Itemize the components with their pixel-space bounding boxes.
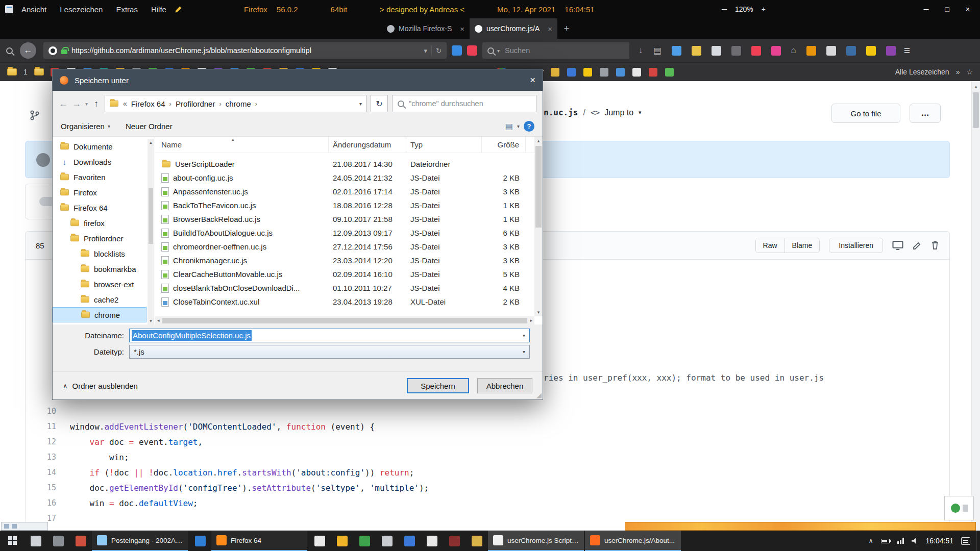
extension-icon-2[interactable] [712,46,721,56]
column-header-nderungsdatum[interactable]: Änderungsdatum [329,137,406,153]
start-button[interactable] [0,531,24,551]
bookmark-folder-icon[interactable] [7,68,17,76]
scrollbar-thumb[interactable] [535,146,542,228]
filetype-select[interactable]: *.js ▾ [129,345,530,359]
downloads-icon[interactable]: ↓ [639,45,643,56]
file-row[interactable]: BackToTheFavicon.uc.js18.08.2016 12:28JS… [155,198,543,212]
bookmark-folder-icon[interactable] [672,46,681,56]
tab-close-icon[interactable]: × [460,24,464,33]
all-bookmarks-button[interactable]: Alle Lesezeichen [895,68,949,76]
hide-folders-button[interactable]: ∧ Ordner ausblenden [63,382,138,390]
maximize-button[interactable]: □ [945,5,949,13]
tree-item-firefox[interactable]: Firefox [53,185,146,200]
breadcrumb-dropdown-icon[interactable]: ▾ [359,101,362,107]
file-row[interactable]: BrowserBackReload.uc.js09.10.2017 21:58J… [155,212,543,226]
tree-item-bookmarkba[interactable]: bookmarkba [53,261,146,277]
column-header-gr-e[interactable]: Größe [482,137,526,153]
up-button[interactable]: ↑ [94,98,99,109]
task-firefox-64[interactable]: Firefox 64 [211,531,307,551]
dialog-search-box[interactable]: "chrome" durchsuchen [392,95,536,112]
taskbar-icon-4[interactable] [189,531,211,551]
more-options-button[interactable]: … [910,104,941,123]
file-row[interactable]: chromeordner-oeffnen.uc.js27.12.2014 17:… [155,240,543,254]
bookmark-icon[interactable] [567,68,576,77]
task-userchrome-scripts[interactable]: userChrome.js Scripte ... [488,531,584,551]
bookmark-icon[interactable] [600,68,608,77]
forward-button[interactable]: → [72,98,81,109]
url-text[interactable]: https://github.com/ardiman/userChrome.js… [71,46,420,55]
menu-item-hilfe[interactable]: Hilfe [151,5,166,14]
taskbar-icon-8[interactable] [376,531,398,551]
tree-item-browser-ext[interactable]: browser-ext [53,277,146,292]
jump-to-button[interactable]: Jump to [604,108,633,117]
scrollbar-thumb[interactable] [149,188,153,244]
reload-icon[interactable]: ↻ [436,47,442,55]
star-icon[interactable]: ☆ [966,68,973,76]
tree-item-downloads[interactable]: ↓Downloads [53,154,146,169]
scroll-down-icon[interactable]: ▾ [534,308,543,316]
pocket-save-icon[interactable] [751,46,761,56]
dialog-close-button[interactable]: × [513,74,535,86]
taskbar-icon-11[interactable] [443,531,465,551]
search-engine-dropdown-icon[interactable]: ▾ [497,48,500,54]
raw-button[interactable]: Raw [756,238,785,253]
file-row[interactable]: Chronikmanager.uc.js23.03.2014 12:20JS-D… [155,254,543,267]
tree-item-dokumente[interactable]: Dokumente [53,139,146,154]
pencil-icon[interactable] [175,6,182,13]
tab-close-icon[interactable]: × [548,24,552,33]
new-tab-button[interactable]: + [557,18,576,39]
cancel-button[interactable]: Abbrechen [477,378,532,393]
new-folder-button[interactable]: Neuer Ordner [126,122,173,131]
tree-item-blocklists[interactable]: blocklists [53,246,146,261]
file-name[interactable]: n.uc.js [544,108,578,117]
tree-item-favoriten[interactable]: Favoriten [53,169,146,185]
breadcrumb-overflow-icon[interactable]: « [123,99,127,108]
bookmark-folder-icon[interactable] [34,68,44,76]
scroll-down-icon[interactable]: ▾ [148,317,154,324]
bookmark-icon[interactable] [583,68,592,77]
refresh-button[interactable]: ↻ [371,95,388,112]
clock[interactable]: 16:04:51 [926,537,954,545]
column-header-name[interactable]: Name▴ [155,137,329,153]
settings-icon[interactable] [731,46,741,56]
scroll-right-icon[interactable]: ▸ [530,318,532,323]
extension-icon-3[interactable] [771,46,781,56]
delete-icon[interactable] [931,241,939,250]
tray-chevron-icon[interactable]: ∧ [869,537,873,544]
taskbar-icon-5[interactable] [308,531,331,551]
save-button[interactable]: Speichern [407,378,469,393]
taskbar-icon-1[interactable] [24,531,47,551]
sidebar-scrollbar[interactable]: ▴ ▾ [148,139,154,324]
home-icon[interactable]: ⌂ [791,45,796,56]
scroll-up-icon[interactable]: ▴ [534,137,543,145]
dialog-titlebar[interactable]: Speichern unter × [53,69,543,91]
organize-menu[interactable]: Organisieren▾ [61,122,110,131]
taskbar-icon-9[interactable] [398,531,421,551]
column-header-typ[interactable]: Typ [406,137,482,153]
urlbar-dropdown-icon[interactable]: ▾ [424,47,428,55]
library-icon[interactable]: ▤ [653,45,662,56]
sync-icon[interactable] [452,45,462,56]
tree-item-firefox[interactable]: firefox [53,215,146,231]
breadcrumb-chrome[interactable]: chrome [226,99,251,108]
extension-icon-5[interactable] [826,46,836,56]
close-button[interactable]: × [966,5,970,13]
url-bar[interactable]: https://github.com/ardiman/userChrome.js… [43,42,447,59]
tree-item-firefox-64[interactable]: Firefox 64 [53,200,146,215]
scroll-left-icon[interactable]: ◂ [157,318,160,323]
zoom-in-button[interactable]: + [762,5,766,13]
extension-icon-8[interactable] [886,46,896,56]
network-icon[interactable] [897,538,904,544]
taskbar-icon-7[interactable] [353,531,376,551]
bookmark-label[interactable]: 1 [23,68,28,76]
file-row[interactable]: closeBlankTabOnCloseDownloadDi...01.10.2… [155,281,543,295]
extension-icon-7[interactable] [866,46,876,56]
background-window[interactable] [625,522,976,531]
file-row[interactable]: about-config.uc.js24.05.2014 21:32JS-Dat… [155,171,543,185]
scrollbar-thumb[interactable] [162,318,528,323]
file-row[interactable]: ClearCacheButtonMovable.uc.js02.09.2014 … [155,267,543,281]
minimize-button[interactable]: ─ [923,5,928,13]
bookmark-icon[interactable] [632,68,641,77]
scrollbar-thumb[interactable] [973,92,979,128]
filename-input[interactable]: AboutConfigMultipleSelection.uc.js ▾ [129,329,530,342]
